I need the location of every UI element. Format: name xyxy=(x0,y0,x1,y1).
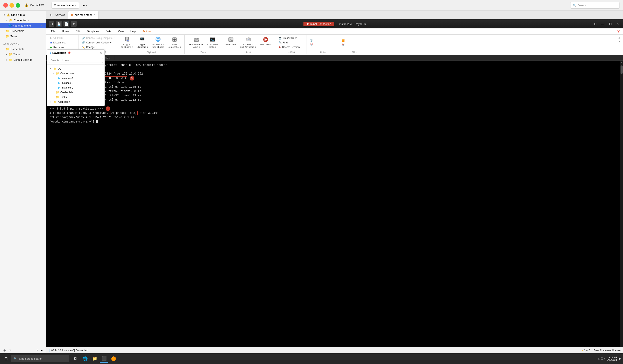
nav-tree-oci[interactable]: ▼ 📁 OCI xyxy=(47,66,104,71)
taskbar-edge-icon[interactable]: 🌐 xyxy=(81,354,89,363)
clipboard-keyboard-button[interactable]: Clipboardand Keyboard ▾ xyxy=(239,35,258,50)
close-win-button[interactable]: ✕ xyxy=(615,21,621,27)
nav-search-input[interactable] xyxy=(49,58,103,63)
sidebar-item-app-credentials[interactable]: 📁 Credentials xyxy=(0,46,46,52)
scroll-track[interactable] xyxy=(620,65,623,349)
ribbon-tab-help[interactable]: Help xyxy=(127,28,139,34)
inner-save-icon[interactable]: 💾 xyxy=(56,21,62,27)
nav-tree: ▼ 📁 OCI ▼ 📁 Connections ▶ instance-A ▶ i… xyxy=(47,65,104,106)
sidebar-label-tasks: Tasks xyxy=(10,35,17,38)
maximize-button[interactable] xyxy=(16,3,20,8)
sidebar-star-icon[interactable]: ☆ xyxy=(36,349,38,352)
taskbar-royal-ts-icon[interactable]: 🟠 xyxy=(109,354,118,363)
copy-to-clipboard-button[interactable]: Copy toClipboard ▾ xyxy=(120,35,134,50)
inner-home-icon[interactable]: ⊙ xyxy=(49,21,54,27)
key-sequence-button[interactable]: A W⌘ ESPACE Key SequenceTasks ▾ xyxy=(187,35,205,50)
ribbon-tab-data[interactable]: Data xyxy=(102,28,114,34)
restore-button[interactable]: ⊡ xyxy=(593,21,598,27)
sidebar-label-credentials: Credentials xyxy=(10,29,24,33)
terminal-cursor xyxy=(96,120,98,123)
connect-button[interactable]: ▶ Connect xyxy=(49,36,77,40)
more-icon1: 🔀 xyxy=(342,39,345,42)
search-bar[interactable]: 🔍 Search xyxy=(570,2,620,9)
minimize-button[interactable] xyxy=(9,3,14,8)
terminal-line-7: 64 bytes from 8.8.8.8: icmp_seq=2 ttl=57… xyxy=(49,89,620,93)
type-clipboard-button[interactable]: A| TypeClipboard ▾ xyxy=(135,35,150,50)
terminal-area[interactable]: Activate the web console with: systemctl… xyxy=(46,61,623,353)
nav-tree-instance-a[interactable]: ▶ instance-A xyxy=(47,76,104,81)
ribbon-tab-actions[interactable]: Actions xyxy=(139,28,155,34)
nav-tree-connections[interactable]: ▼ 📁 Connections xyxy=(47,71,104,76)
selection-button[interactable]: Selection ▾ xyxy=(223,35,238,50)
nav-tree-tasks[interactable]: 📁 Tasks xyxy=(47,95,104,99)
ribbon-tab-file[interactable]: File xyxy=(48,28,59,34)
nav-panel-title: Navigation xyxy=(52,51,66,54)
taskbar-explorer-icon[interactable]: 📁 xyxy=(90,354,99,363)
sidebar-play-icon[interactable]: ▶ xyxy=(41,349,43,352)
computer-name-button[interactable]: Computer Name ▼ xyxy=(51,2,79,9)
nav-tree-application[interactable]: ▶ 📁 Application xyxy=(47,99,104,104)
tab-overview[interactable]: ⊞ Overview xyxy=(47,11,68,19)
sidebar-item-hub-step-stone[interactable]: 🔵 hub-step-stone ⏏ xyxy=(0,23,46,28)
start-button[interactable]: ⊞ xyxy=(2,354,10,363)
command-tasks-button[interactable]: CommandTasks ▾ xyxy=(206,35,220,50)
ribbon-collapse-up-button[interactable]: ▲ xyxy=(618,36,621,39)
disconnect-button[interactable]: ■ Disconnect xyxy=(49,40,77,45)
change-button[interactable]: ✏️ Change ▾ xyxy=(80,45,116,49)
find-button[interactable]: 🔍 Find xyxy=(277,41,306,45)
input-right-btn2[interactable]: ✂️ xyxy=(309,43,337,47)
maximize-win-button[interactable]: ⧠ xyxy=(607,21,613,27)
taskbar-clock[interactable]: 8:14 AM 5/23/2024 xyxy=(607,356,617,361)
more-btn2[interactable]: ✂️ xyxy=(340,43,369,47)
inner-quick-icon[interactable]: ▾ xyxy=(71,21,77,27)
save-screenshot-button[interactable]: SaveScreenshot ▾ xyxy=(166,35,183,50)
taskbar-taskview-icon[interactable]: ⧉ xyxy=(71,354,80,363)
more-group-label: Mo... xyxy=(339,51,370,53)
sidebar-item-tasks[interactable]: 📁 Tasks xyxy=(0,34,46,39)
play-button[interactable]: ▶ ▼ xyxy=(81,3,89,8)
ribbon-tab-view[interactable]: View xyxy=(115,28,127,34)
scroll-up-button[interactable]: ▲ xyxy=(620,61,623,65)
sidebar-add-icon[interactable]: ➕ xyxy=(3,349,6,352)
svg-rect-33 xyxy=(246,39,247,39)
inner-doc-icon[interactable]: 📄 xyxy=(64,21,69,27)
record-session-button[interactable]: ⏺ Record Session xyxy=(277,45,306,49)
svg-text:SPACE: SPACE xyxy=(195,40,200,41)
screenshot-to-clipboard-button[interactable]: Screenshotto Clipboard xyxy=(150,35,166,50)
taskbar-terminal-icon[interactable]: ⬛ xyxy=(100,354,108,363)
sidebar-item-credentials[interactable]: 📁 Credentials xyxy=(0,28,46,34)
clear-screen-button[interactable]: 🖥️ Clear Screen xyxy=(277,36,306,40)
taskbar-search[interactable]: 🔍 Type here to search xyxy=(11,355,69,362)
ribbon-tab-home[interactable]: Home xyxy=(59,28,72,34)
ribbon-tab-edit[interactable]: Edit xyxy=(72,28,84,34)
sidebar-item-app-tasks[interactable]: ▶ 📁 Tasks xyxy=(0,52,46,57)
sidebar-dropdown-icon[interactable]: ▼ xyxy=(9,349,11,352)
sidebar-item-connections[interactable]: ▼ 📁 Connections xyxy=(0,18,46,23)
nav-tree-instance-b[interactable]: ▶ instance-B xyxy=(47,81,104,85)
ribbon-tab-templates[interactable]: Templates xyxy=(84,28,102,34)
terminal-line-11: --- 8.8.8.8 ping statistics --- 2 xyxy=(49,107,620,111)
taskbar-notification-icon[interactable]: 💬 xyxy=(619,357,621,360)
nav-close-button[interactable]: ✕ xyxy=(100,51,102,54)
ribbon-help-icon[interactable]: ❓ xyxy=(616,28,621,34)
tab-hub-step-stone[interactable]: ✕ hub-step-stone ✕ xyxy=(68,11,99,19)
nav-pin-icon[interactable]: 📌 xyxy=(67,51,71,54)
nav-tree-credentials[interactable]: 📁 Credentials xyxy=(47,90,104,95)
scroll-thumb[interactable] xyxy=(621,65,623,74)
sidebar-item-default-settings[interactable]: ▶ 📁 Default Settings xyxy=(0,57,46,62)
close-button[interactable] xyxy=(3,3,8,8)
connect-template-button[interactable]: 🔗 Connect using Template ▾ xyxy=(80,36,116,40)
play-icon: ▶ xyxy=(83,4,85,7)
hub-tab-icon: ✕ xyxy=(71,13,73,17)
send-break-button[interactable]: Send Break xyxy=(258,35,273,50)
reconnect-button[interactable]: ▶ Reconnect xyxy=(49,45,77,49)
connect-options-button[interactable]: 🔗 Connect with Options ▾ xyxy=(80,41,116,45)
more-btn1[interactable]: 🔀 xyxy=(340,38,369,43)
minimize-win-button[interactable]: — xyxy=(600,21,606,27)
sidebar-item-oracle-tsx[interactable]: ▼ ⚠️ Oracle TSX xyxy=(0,12,46,18)
input-right-btn1[interactable]: 📡 xyxy=(309,38,337,43)
terminal-scrollbar[interactable]: ▲ ▼ xyxy=(620,61,623,353)
tab-close-icon[interactable]: ✕ xyxy=(94,14,96,16)
nav-tree-instance-c[interactable]: ▶ instance-C xyxy=(47,85,104,90)
ribbon-collapse-down-button[interactable]: ▼ xyxy=(618,40,621,43)
